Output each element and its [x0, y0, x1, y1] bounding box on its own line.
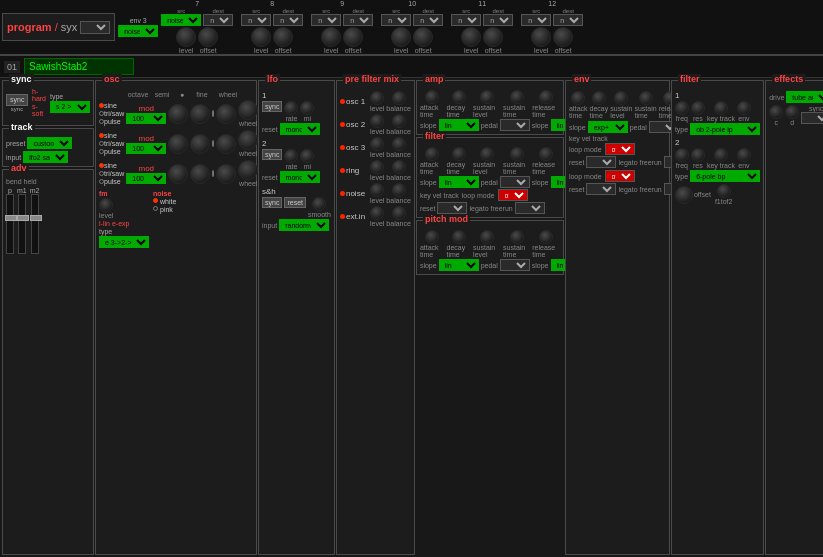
env-sustain-level-knob: sustain level	[610, 91, 632, 119]
effects-sync-dropdown[interactable]	[801, 112, 823, 124]
slot8-dest[interactable]: none	[273, 14, 303, 26]
slot12-src[interactable]: none	[521, 14, 551, 26]
lfo1-reset-dropdown[interactable]: mono	[280, 123, 320, 135]
semi-header: semi	[151, 91, 173, 98]
p-slider[interactable]	[6, 194, 14, 254]
filter-title: filter	[678, 74, 702, 84]
pm-pedal-label: pedal	[481, 262, 498, 269]
pink-radio[interactable]	[153, 206, 158, 211]
pfm-extin-balance-knob: balance	[386, 206, 411, 227]
osc1-fine-dot[interactable]	[212, 110, 214, 117]
slot9-src[interactable]: none	[311, 14, 341, 26]
offset-label: offset	[694, 191, 711, 198]
osc3-octave-knob	[168, 164, 188, 184]
slot9-dest[interactable]: none	[343, 14, 373, 26]
program-label: program	[7, 21, 52, 33]
osc3-fine-dot[interactable]	[212, 170, 214, 177]
lfo2-sync-button[interactable]: sync	[262, 149, 282, 160]
slot10-src[interactable]: none	[381, 14, 411, 26]
sync-label: sync	[809, 105, 823, 112]
f2-res-knob: res	[691, 148, 705, 169]
top-row: program / syx env 3 noiselvl 7 src noise…	[0, 0, 823, 56]
env3-dropdown[interactable]: noiselvl	[118, 25, 158, 37]
m2-slider[interactable]	[31, 194, 39, 254]
type-label: type	[50, 93, 90, 100]
env-loop-dropdown[interactable]: off	[605, 143, 635, 155]
slot7-dest[interactable]: none	[203, 14, 233, 26]
fenv-freerun-dropdown[interactable]	[515, 202, 545, 214]
patch-num: 01	[4, 61, 20, 73]
osc2-fine-dot[interactable]	[212, 140, 214, 147]
amp-section: amp attack time decay time sustain level…	[416, 80, 564, 135]
lfo2-reset-dropdown[interactable]: mono	[280, 171, 320, 183]
sync-type-dropdown[interactable]: s 2 > 1	[50, 101, 90, 113]
filter-offset-knob[interactable]	[675, 186, 693, 204]
slot11-src[interactable]: none	[451, 14, 481, 26]
white-radio[interactable]	[153, 198, 158, 203]
left-panel: sync sync sync h-hard s-soft type s 2 > …	[2, 80, 94, 555]
f1-freq-knob: freq	[675, 101, 689, 122]
osc2-mod-dropdown[interactable]: 100	[126, 143, 166, 154]
lfo1-sync-button[interactable]: sync	[262, 101, 282, 112]
adv-title: adv	[9, 163, 29, 173]
env2-reset-dropdown[interactable]	[586, 183, 616, 195]
fenv-reset-dropdown[interactable]	[437, 202, 467, 214]
env-slope-dropdown[interactable]: exp+	[588, 121, 628, 133]
key-vel-track-label: key vel track	[420, 192, 459, 199]
filter-env-title: filter	[423, 131, 447, 141]
slot11-dest[interactable]: none	[483, 14, 513, 26]
f2-type-dropdown[interactable]: 6-pole bp	[690, 170, 760, 182]
sh-sync-button[interactable]: sync	[262, 197, 282, 208]
program-dropdown[interactable]	[80, 21, 110, 34]
pfm-osc1-balance-knob: balance	[386, 91, 411, 112]
sync-button[interactable]: sync	[6, 94, 28, 106]
patch-name-input[interactable]	[24, 58, 134, 75]
drive-type-dropdown[interactable]: tube amp	[786, 91, 823, 103]
drive-label: drive	[769, 94, 784, 101]
pfm-osc3-balance-knob: balance	[386, 137, 411, 158]
effects-c-knob: c	[769, 105, 783, 126]
osc3-mod-dropdown[interactable]: 100	[126, 173, 166, 184]
fenv-slope-dropdown[interactable]: lin	[439, 176, 479, 188]
fenv-sustain-time-knob: sustain time	[503, 147, 530, 175]
slot12-dest[interactable]: none	[553, 14, 583, 26]
f1-type-dropdown[interactable]: ob 2-pole lp	[690, 123, 760, 135]
amp-pedal-dropdown[interactable]	[500, 119, 530, 131]
osc2-wheel-label: wheel	[239, 150, 257, 157]
f1tof2-label: f1tof2	[715, 198, 733, 205]
slot12-level-knob: level	[531, 27, 551, 54]
sh-input-dropdown[interactable]: randomvoic	[279, 219, 329, 231]
fm-level-knob: level	[99, 198, 113, 219]
pfm-osc1-label: osc 1	[346, 97, 365, 106]
hard-label: h-hard	[32, 88, 46, 102]
preset-dropdown[interactable]: custom	[27, 137, 72, 149]
slot-11: 11 src none dest none level offset	[451, 0, 513, 54]
osc1-trisaw-label: tri/saw	[104, 110, 124, 117]
pm-pedal-dropdown[interactable]	[500, 259, 530, 271]
slot8-src[interactable]: none	[241, 14, 271, 26]
filter2-num: 2	[675, 138, 760, 147]
lfo1-num: 1	[262, 91, 331, 100]
amp-slope-dropdown[interactable]: lin	[439, 119, 479, 131]
pm-attack-knob: attack time	[420, 230, 445, 258]
fenv-pedal-label: pedal	[481, 179, 498, 186]
m1-label: m1	[17, 187, 27, 194]
osc3-wheel-label: wheel	[239, 180, 257, 187]
slot11-offset-knob: offset	[483, 27, 503, 54]
fenv-pedal-dropdown[interactable]	[500, 176, 530, 188]
m1-slider[interactable]	[18, 194, 26, 254]
fm-type-dropdown[interactable]: e 3->2->1	[99, 236, 149, 248]
slot10-dest[interactable]: none	[413, 14, 443, 26]
track-input-dropdown[interactable]: lfo2 saw	[23, 151, 68, 163]
fenv-loop-dropdown[interactable]: off	[498, 189, 528, 201]
fenv-decay-knob: decay time	[446, 147, 471, 175]
osc1-mod-dropdown[interactable]: 100	[126, 113, 166, 124]
pm-sustain-time-knob: sustain time	[503, 230, 530, 258]
slot7-src[interactable]: noiselvl	[161, 14, 201, 26]
pm-slope-dropdown[interactable]: lin	[439, 259, 479, 271]
sh-reset-button[interactable]: reset	[284, 197, 306, 208]
env-reset-dropdown[interactable]	[586, 156, 616, 168]
env-loop2-dropdown[interactable]: off	[605, 170, 635, 182]
f1tof2-knob: f1tof2	[715, 184, 733, 205]
prefilter-noise: noise level balance	[340, 183, 411, 204]
